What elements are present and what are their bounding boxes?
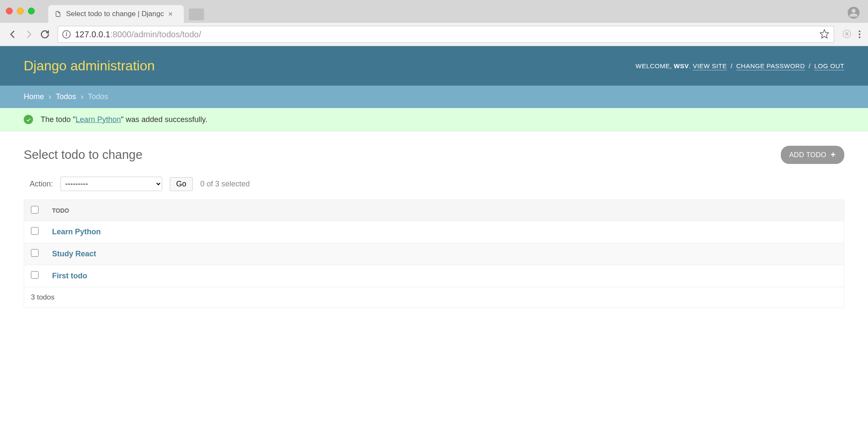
admin-brand[interactable]: Django administration (24, 58, 155, 74)
window-controls (6, 8, 35, 14)
admin-header: Django administration WELCOME, WSV. VIEW… (0, 46, 868, 86)
profile-button[interactable] (848, 7, 860, 19)
menu-button[interactable] (857, 29, 862, 40)
change-password-link[interactable]: CHANGE PASSWORD (736, 62, 805, 70)
welcome-text: WELCOME, (636, 62, 672, 69)
window-close-button[interactable] (6, 8, 13, 14)
breadcrumb-separator: › (49, 92, 51, 101)
breadcrumb-separator: › (81, 92, 83, 101)
new-tab-button[interactable] (189, 8, 204, 20)
page-icon (54, 10, 62, 18)
browser-titlebar: Select todo to change | Djangc × (0, 0, 868, 23)
todo-link[interactable]: Study React (52, 250, 96, 258)
actions-row: Action: --------- Go 0 of 3 selected (24, 177, 844, 191)
breadcrumb-app[interactable]: Todos (56, 92, 76, 101)
extension-icon[interactable] (842, 29, 852, 40)
svg-marker-0 (820, 30, 829, 38)
forward-button[interactable] (22, 28, 36, 41)
breadcrumb: Home › Todos › Todos (0, 86, 868, 108)
back-button[interactable] (6, 28, 19, 41)
window-minimize-button[interactable] (17, 8, 24, 14)
check-icon (24, 115, 33, 124)
logout-link[interactable]: LOG OUT (814, 62, 844, 70)
todo-link[interactable]: Learn Python (52, 228, 101, 236)
message-link[interactable]: Learn Python (75, 115, 121, 124)
content-header: Select todo to change ADD TODO + (24, 146, 844, 164)
browser-toolbar: i 127.0.0.1:8000/admin/todos/todo/ (0, 23, 868, 46)
table-row: Learn Python (24, 221, 844, 243)
go-button[interactable]: Go (170, 177, 193, 191)
action-label: Action: (30, 180, 53, 189)
browser-tab-active[interactable]: Select todo to change | Djangc × (48, 5, 184, 23)
breadcrumb-current: Todos (88, 92, 108, 101)
breadcrumb-home[interactable]: Home (24, 92, 44, 101)
tab-title: Select todo to change | Djangc (66, 10, 164, 18)
page-title: Select todo to change (24, 148, 143, 162)
view-site-link[interactable]: VIEW SITE (693, 62, 727, 70)
column-header-todo[interactable]: TODO (45, 200, 844, 221)
username: WSV (674, 62, 689, 69)
bookmark-star-icon[interactable] (819, 29, 829, 40)
reload-button[interactable] (38, 28, 52, 41)
table-row: Study React (24, 243, 844, 265)
success-message: The todo "Learn Python" was added succes… (0, 108, 868, 131)
changelist-table: TODO Learn Python Study React First todo (24, 200, 844, 287)
row-checkbox[interactable] (31, 249, 39, 257)
address-bar[interactable]: i 127.0.0.1:8000/admin/todos/todo/ (58, 26, 834, 43)
content: Select todo to change ADD TODO + Action:… (0, 131, 868, 322)
site-info-icon[interactable]: i (62, 30, 71, 39)
todo-link[interactable]: First todo (52, 272, 87, 280)
browser-tabs: Select todo to change | Djangc × (48, 5, 204, 23)
selection-count: 0 of 3 selected (200, 180, 250, 189)
select-all-cell (24, 200, 46, 221)
action-select[interactable]: --------- (61, 177, 162, 191)
add-button-label: ADD TODO (789, 151, 827, 159)
toolbar-right (842, 29, 862, 40)
user-tools: WELCOME, WSV. VIEW SITE / CHANGE PASSWOR… (636, 62, 844, 69)
row-checkbox[interactable] (31, 271, 39, 279)
add-todo-button[interactable]: ADD TODO + (781, 146, 844, 164)
tab-close-button[interactable]: × (168, 10, 173, 19)
row-checkbox[interactable] (31, 227, 39, 235)
svg-point-2 (845, 32, 849, 36)
paginator: 3 todos (24, 287, 844, 308)
select-all-checkbox[interactable] (31, 206, 39, 214)
table-row: First todo (24, 265, 844, 287)
plus-icon: + (831, 150, 836, 160)
window-maximize-button[interactable] (28, 8, 35, 14)
message-text: The todo "Learn Python" was added succes… (41, 115, 207, 124)
url-text: 127.0.0.1:8000/admin/todos/todo/ (75, 30, 201, 39)
